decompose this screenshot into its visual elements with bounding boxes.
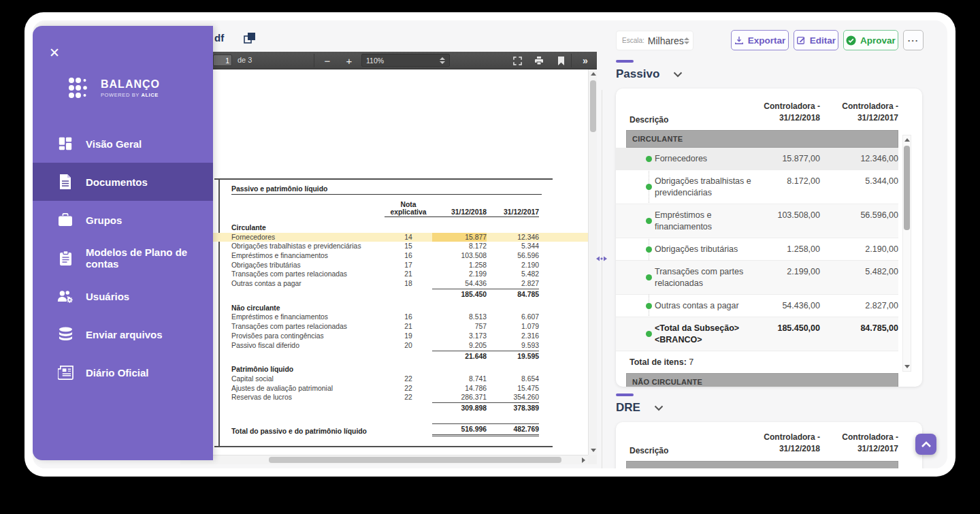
balance-sheet-row: Obrigações trabalhistas e previdenciária… <box>180 242 588 251</box>
sidebar-item-diario-oficial[interactable]: Diário Oficial <box>33 353 213 391</box>
header-descricao: Descrição <box>630 446 721 455</box>
close-icon[interactable]: ✕ <box>49 46 60 59</box>
balance-sheet-row: Capital social 22 8.741 8.654 <box>180 374 588 384</box>
header-controladora-2018: Controladora - 31/12/2018 <box>721 432 820 455</box>
print-icon[interactable] <box>530 52 548 69</box>
balance-sheet-row: Transações com partes relacionadas 21 75… <box>180 322 588 332</box>
account-row[interactable]: Fornecedores 15.877,00 12.346,00 <box>616 148 898 170</box>
scroll-up-icon[interactable] <box>904 138 910 142</box>
chevron-down-icon[interactable] <box>654 405 664 411</box>
row-dot-cell <box>616 300 655 312</box>
page-rule-bottom <box>214 446 553 447</box>
clipboard-icon <box>57 250 74 266</box>
passivo-title: Passivo <box>616 67 659 81</box>
dre-section-title: DRE <box>616 393 664 415</box>
document-icon <box>57 174 74 190</box>
accounts-panel: Passivo Descrição Controladora - 31/12/2… <box>609 52 947 468</box>
section-bar-nao-circulante[interactable]: NÃO CIRCULANTE <box>626 373 898 387</box>
total-items: Total de itens: 7 <box>616 351 922 373</box>
pdf-vscroll-thumb[interactable] <box>590 80 596 132</box>
sidebar-item-documentos[interactable]: Documentos <box>33 163 213 201</box>
logo-subtitle: POWERED BY ALICE <box>101 92 160 98</box>
column-2017: 31/12/2017 <box>487 208 539 217</box>
section-bar-circulante[interactable]: CIRCULANTE <box>626 130 898 148</box>
chevron-down-icon[interactable] <box>673 71 683 78</box>
zoom-out-button[interactable]: − <box>319 52 336 69</box>
scroll-down-icon[interactable] <box>904 365 910 368</box>
section-indicator <box>616 60 634 63</box>
scale-select[interactable]: Escala: Milhares <box>616 31 693 50</box>
sidebar: ✕ BALANÇO POWERED BY ALICE <box>33 26 213 460</box>
sidebar-item-visao-geral[interactable]: Visão Geral <box>33 125 213 163</box>
newspaper-icon <box>57 364 74 381</box>
dre-table-header: Descrição Controladora - 31/12/2018 Cont… <box>616 422 922 461</box>
account-row[interactable]: Obrigações trabalhistas e previdenciária… <box>616 170 898 204</box>
account-row[interactable]: Empréstimos e financiamentos 103.508,00 … <box>616 204 898 238</box>
more-options-button[interactable]: ··· <box>903 30 924 50</box>
green-dot-icon <box>646 246 652 253</box>
balance-sheet-row: Outras contas a pagar 18 54.436 2.827 <box>180 279 588 289</box>
scale-label: Escala: <box>622 37 644 44</box>
sidebar-item-grupos[interactable]: Grupos <box>33 201 213 239</box>
splitter-handle[interactable] <box>595 253 608 265</box>
logo-dots-icon <box>68 76 93 99</box>
edit-button[interactable]: Editar <box>794 30 838 50</box>
approve-check-icon <box>846 35 856 46</box>
database-icon <box>57 326 74 342</box>
balance-sheet-row: Circulante <box>180 223 588 233</box>
page-number-input[interactable] <box>213 54 232 66</box>
select-spinner-icon <box>684 37 689 44</box>
balance-sheet-row: 309.898 378.389 <box>180 402 588 413</box>
logo-title: BALANÇO <box>101 78 160 90</box>
copy-icon[interactable] <box>242 31 257 46</box>
passivo-table-header: Descrição Controladora - 31/12/2018 Cont… <box>616 89 922 130</box>
pdf-horizontal-scrollbar[interactable] <box>180 455 588 464</box>
toolbar-divider <box>571 54 572 67</box>
pdf-filename: df <box>214 32 224 44</box>
scroll-right-icon[interactable] <box>582 457 585 463</box>
header-controladora-2018: Controladora - 31/12/2018 <box>721 101 820 125</box>
scroll-to-top-button[interactable] <box>915 434 936 455</box>
account-row[interactable]: <Total da Subseção><BRANCO> 185.450,00 8… <box>616 317 898 351</box>
fullscreen-icon[interactable] <box>508 52 526 69</box>
download-icon <box>734 35 744 45</box>
row-dot-cell <box>616 175 655 199</box>
approve-button[interactable]: Aprovar <box>843 30 898 50</box>
balance-sheet-row: Transações com partes relacionadas 21 2.… <box>180 270 588 279</box>
edit-pencil-icon <box>796 35 806 45</box>
green-dot-icon <box>646 274 652 280</box>
zoom-in-button[interactable]: + <box>341 52 357 69</box>
zoom-level-select[interactable]: 110% <box>361 54 450 67</box>
sidebar-item-enviar-arquivos[interactable]: Enviar arquivos <box>33 315 213 353</box>
chevron-up-icon <box>921 441 932 448</box>
account-row[interactable]: Outras contas a pagar 54.436,00 2.827,00 <box>616 295 898 317</box>
header-controladora-2017: Controladora - 31/12/2017 <box>820 432 898 455</box>
column-2018: 31/12/2018 <box>432 208 487 217</box>
export-button[interactable]: Exportar <box>731 30 789 50</box>
panel-scroll-thumb[interactable] <box>904 146 910 230</box>
scroll-down-icon[interactable] <box>591 449 596 452</box>
dre-section-bar[interactable] <box>626 461 898 468</box>
balance-sheet-row: Obrigações tributárias 17 1.258 2.190 <box>180 261 588 270</box>
balance-sheet-row: Não circulante <box>180 304 588 313</box>
bookmark-icon[interactable] <box>552 52 570 69</box>
dre-title: DRE <box>616 401 640 415</box>
toolbar-divider <box>314 54 314 67</box>
sidebar-item-modelos[interactable]: Modelos de Plano de contas <box>33 239 213 277</box>
balance-sheet-title: Passivo e patrimônio líquido <box>231 185 542 195</box>
balance-sheet-table: Passivo e patrimônio líquido Nota explic… <box>180 185 588 436</box>
pdf-hscroll-thumb[interactable] <box>269 457 561 463</box>
header-descricao: Descrição <box>630 115 721 125</box>
balance-sheet-row: 185.450 84.785 <box>180 289 588 300</box>
section-indicator <box>616 393 634 396</box>
scroll-up-icon[interactable] <box>591 72 596 76</box>
toolbar-overflow-icon[interactable]: » <box>576 52 594 69</box>
users-gear-icon <box>57 288 74 304</box>
sidebar-item-usuarios[interactable]: Usuários <box>33 277 213 315</box>
account-row[interactable]: Transações com partes relacionadas 2.199… <box>616 261 898 295</box>
row-dot-cell <box>616 266 655 289</box>
page-count-label: de 3 <box>238 56 252 64</box>
balance-sheet-header: Nota explicativa 31/12/2018 31/12/2017 <box>180 198 588 217</box>
account-row[interactable]: Obrigações tributárias 1.258,00 2.190,00 <box>616 238 898 261</box>
panel-scrollbar[interactable] <box>902 135 911 372</box>
